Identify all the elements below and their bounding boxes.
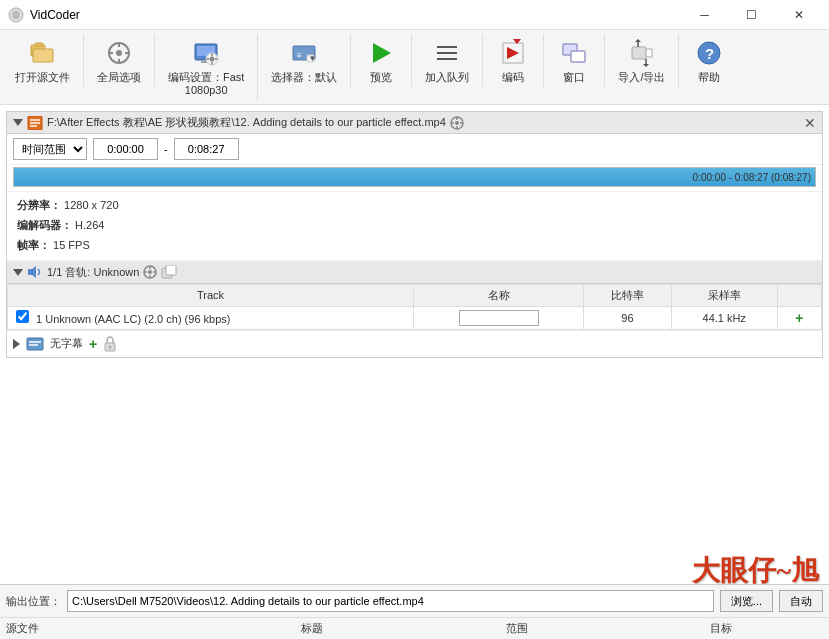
subtitle-icon: [26, 337, 44, 351]
source-header: F:\After Effects 教程\AE 形状视频教程\12. Adding…: [7, 112, 822, 134]
queue-source-header: 源文件: [6, 621, 210, 636]
toolbar-group-window: 窗口: [550, 34, 605, 87]
audio-copy-icon[interactable]: [161, 265, 177, 279]
video-info: 分辨率： 1280 x 720 编解码器： H.264 帧率： 15 FPS: [7, 192, 822, 260]
time-start-input[interactable]: [93, 138, 158, 160]
auto-button[interactable]: 自动: [779, 590, 823, 612]
open-file-button[interactable]: 打开源文件: [8, 34, 77, 87]
encode-settings-button[interactable]: 编码设置：Fast 1080p30: [161, 34, 251, 100]
svg-rect-4: [33, 49, 53, 62]
progress-track[interactable]: 0:00:00 - 0:08:27 (0:08:27): [13, 167, 816, 187]
global-options-label: 全局选项: [97, 71, 141, 84]
audio-track-cell: 1 Unknown (AAC LC) (2.0 ch) (96 kbps): [8, 306, 414, 329]
name-col-header: 名称: [414, 284, 584, 306]
global-options-icon: [103, 37, 135, 69]
audio-track-row: 1 Unknown (AAC LC) (2.0 ch) (96 kbps) 96…: [8, 306, 822, 329]
source-header-left: F:\After Effects 教程\AE 形状视频教程\12. Adding…: [13, 115, 464, 130]
source-file-path: F:\After Effects 教程\AE 形状视频教程\12. Adding…: [47, 115, 446, 130]
svg-rect-45: [30, 122, 40, 124]
settings-icon[interactable]: [450, 116, 464, 130]
encode-settings-label: 编码设置：Fast 1080p30: [168, 71, 244, 97]
source-close-button[interactable]: ✕: [804, 116, 816, 130]
subtitle-label: 无字幕: [50, 336, 83, 351]
subtitle-section: 无字幕 +: [7, 330, 822, 357]
toolbar-group-encode: 编码: [489, 34, 544, 87]
svg-marker-25: [373, 43, 391, 63]
fps-row: 帧率： 15 FPS: [17, 236, 812, 256]
resolution-row: 分辨率： 1280 x 720: [17, 196, 812, 216]
preview-button[interactable]: 预览: [357, 34, 405, 87]
collapse-icon[interactable]: [13, 119, 23, 126]
svg-marker-36: [646, 49, 652, 57]
toolbar-group-open: 打开源文件: [8, 34, 84, 87]
window-button[interactable]: 窗口: [550, 34, 598, 87]
queue-header-row: 源文件 标题 范围 目标: [0, 618, 829, 639]
time-end-input[interactable]: [174, 138, 239, 160]
svg-rect-62: [27, 338, 43, 350]
track-col-header: Track: [8, 284, 414, 306]
help-icon: ?: [693, 37, 725, 69]
title-bar: VidCoder ─ ☐ ✕: [0, 0, 829, 30]
toolbar-group-global: 全局选项: [90, 34, 155, 87]
import-export-icon: [626, 37, 658, 69]
app-title: VidCoder: [30, 8, 80, 22]
toolbar: 打开源文件 全局选项: [0, 30, 829, 105]
audio-add-cell: +: [777, 306, 821, 329]
title-bar-controls: ─ ☐ ✕: [682, 0, 821, 30]
action-col-header: [777, 284, 821, 306]
svg-point-48: [455, 121, 459, 125]
output-row: 输出位置： 浏览... 自动: [0, 585, 829, 618]
svg-rect-44: [30, 119, 40, 121]
add-to-queue-button[interactable]: 加入队列: [418, 34, 476, 87]
audio-collapse-icon[interactable]: [13, 269, 23, 276]
audio-name-input[interactable]: [459, 310, 539, 326]
subtitle-lock-icon[interactable]: [103, 336, 117, 352]
svg-point-16: [210, 57, 215, 62]
svg-rect-35: [632, 47, 646, 59]
audio-add-icon[interactable]: +: [795, 310, 803, 326]
output-path-input[interactable]: [67, 590, 714, 612]
help-label: 帮助: [698, 71, 720, 84]
audio-settings-icon[interactable]: [143, 265, 157, 279]
resolution-value: 1280 x 720: [64, 199, 118, 211]
encode-icon: [497, 37, 529, 69]
toolbar-group-import-export: 导入/导出: [611, 34, 679, 87]
selector-label: 选择器：默认: [271, 71, 337, 84]
bitrate-col-header: 比特率: [584, 284, 672, 306]
open-file-icon: [27, 37, 59, 69]
window-label: 窗口: [563, 71, 585, 84]
audio-track-checkbox[interactable]: [16, 310, 29, 323]
encode-button[interactable]: 编码: [489, 34, 537, 87]
time-range-select[interactable]: 时间范围: [13, 138, 87, 160]
main-content: F:\After Effects 教程\AE 形状视频教程\12. Adding…: [0, 105, 829, 639]
time-separator: -: [164, 143, 168, 155]
selector-button[interactable]: ≡ ▼ 选择器：默认: [264, 34, 344, 87]
encode-settings-icon: [190, 37, 222, 69]
queue-target-header: 目标: [619, 621, 823, 636]
codec-row: 编解码器： H.264: [17, 216, 812, 236]
minimize-button[interactable]: ─: [682, 0, 727, 30]
global-options-button[interactable]: 全局选项: [90, 34, 148, 87]
maximize-button[interactable]: ☐: [729, 0, 774, 30]
svg-rect-61: [166, 265, 176, 275]
help-button[interactable]: ? 帮助: [685, 34, 733, 87]
subtitle-collapse-icon[interactable]: [13, 339, 20, 349]
file-icon: [27, 116, 43, 130]
audio-track-label: 1 Unknown (AAC LC) (2.0 ch) (96 kbps): [36, 313, 230, 325]
title-bar-left: VidCoder: [8, 7, 80, 23]
import-export-button[interactable]: 导入/导出: [611, 34, 672, 87]
toolbar-group-selector: ≡ ▼ 选择器：默认: [264, 34, 351, 87]
audio-table: Track 名称 比特率 采样率 1 Unknown (AAC LC) (2.0…: [7, 284, 822, 330]
browse-button[interactable]: 浏览...: [720, 590, 773, 612]
samplerate-col-header: 采样率: [671, 284, 777, 306]
svg-text:▼: ▼: [309, 54, 317, 63]
resolution-label: 分辨率：: [17, 199, 61, 211]
window-icon: [558, 37, 590, 69]
progress-label: 0:00:00 - 0:08:27 (0:08:27): [693, 172, 811, 183]
subtitle-add-icon[interactable]: +: [89, 337, 97, 351]
audio-name-cell: [414, 306, 584, 329]
close-button[interactable]: ✕: [776, 0, 821, 30]
fps-label: 帧率：: [17, 239, 50, 251]
audio-samplerate-cell: 44.1 kHz: [671, 306, 777, 329]
add-to-queue-icon: [431, 37, 463, 69]
